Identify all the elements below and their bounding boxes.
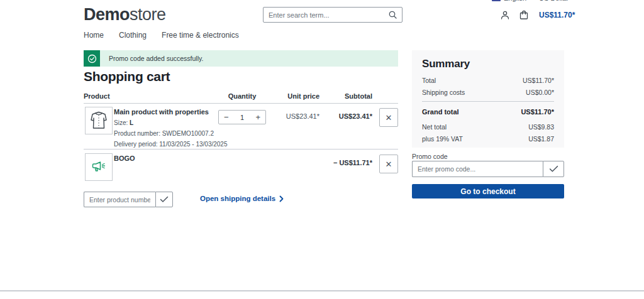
header-actions: US$11.70* xyxy=(500,10,575,20)
summary-row-grand-total: Grand totalUS$11.70* xyxy=(422,108,554,116)
promo-code-label: Promo code xyxy=(412,153,448,160)
footer-divider xyxy=(0,290,644,291)
add-product-number-button[interactable] xyxy=(155,192,173,207)
summary-title: Summary xyxy=(422,58,554,70)
promo-success-alert: Promo code added successfully. xyxy=(84,50,398,67)
currency-selector[interactable]: US Dollar xyxy=(539,0,569,2)
cart-bag-icon[interactable] xyxy=(519,10,529,20)
add-product-number-group xyxy=(84,192,173,207)
summary-row-total: TotalUS$11.70* xyxy=(422,77,554,84)
alert-message: Promo code added successfully. xyxy=(100,50,203,67)
apply-promo-button[interactable] xyxy=(543,161,564,177)
shopping-cart-page: English US Dollar Demostore US$11.70* Ho… xyxy=(0,0,644,299)
column-product: Product xyxy=(84,92,110,100)
summary-row-shipping: Shipping costsUS$0.00* xyxy=(422,89,554,96)
check-circle-icon xyxy=(84,50,100,67)
nav-item-freetime-electronics[interactable]: Free time & electronics xyxy=(162,31,239,40)
cart-row-product: Main product with properties Size: L Pro… xyxy=(84,105,398,149)
summary-panel: Summary TotalUS$11.70* Shipping costsUS$… xyxy=(412,50,564,148)
promo-code-input[interactable] xyxy=(412,161,543,177)
product-info: Main product with properties Size: L Pro… xyxy=(114,108,228,151)
main-nav: Home Clothing Free time & electronics xyxy=(84,31,239,40)
product-name[interactable]: Main product with properties xyxy=(114,108,228,116)
logo-light-part: store xyxy=(130,5,166,24)
product-number: Product number: SWDEMO10007.2 xyxy=(114,130,228,137)
summary-row-vat: plus 19% VATUS$1.87 xyxy=(422,135,554,143)
page-title: Shopping cart xyxy=(84,69,170,84)
checkmark-icon xyxy=(160,196,169,203)
locale-bar: English US Dollar xyxy=(492,0,569,3)
open-shipping-details-link[interactable]: Open shipping details xyxy=(200,195,284,202)
remove-discount-button[interactable]: ✕ xyxy=(379,155,398,173)
promo-code-group xyxy=(412,161,564,177)
shipping-link-label: Open shipping details xyxy=(200,195,275,202)
chevron-right-icon xyxy=(279,195,284,202)
language-selector[interactable]: English xyxy=(492,0,526,2)
language-label: English xyxy=(504,0,526,2)
jacket-image xyxy=(88,110,109,131)
discount-info: BOGO xyxy=(114,155,135,166)
nav-item-clothing[interactable]: Clothing xyxy=(119,31,147,40)
discount-subtotal-value: − US$11.71* xyxy=(309,159,372,166)
summary-row-net-total: Net totalUS$9.83 xyxy=(422,123,554,131)
product-number-input[interactable] xyxy=(84,192,155,207)
logo-bold-part: Demo xyxy=(84,5,130,24)
currency-label: US Dollar xyxy=(539,0,569,2)
close-icon: ✕ xyxy=(386,160,392,169)
cart-table-header: Product Quantity Unit price Subtotal xyxy=(84,92,398,103)
quantity-decrease-button[interactable]: − xyxy=(224,113,229,121)
divider xyxy=(84,149,398,150)
delivery-period: Delivery period: 11/03/2025 - 13/03/2025 xyxy=(114,141,228,148)
search-bar xyxy=(263,7,402,23)
nav-item-home[interactable]: Home xyxy=(84,31,104,40)
account-icon[interactable] xyxy=(500,10,510,20)
checkmark-icon xyxy=(549,165,558,173)
column-subtotal: Subtotal xyxy=(309,92,372,100)
product-size: Size: L xyxy=(114,119,228,126)
divider xyxy=(84,103,398,104)
quantity-value[interactable]: 1 xyxy=(240,114,244,121)
go-to-checkout-button[interactable]: Go to checkout xyxy=(412,184,564,198)
discount-name: BOGO xyxy=(114,155,135,162)
cart-row-discount: BOGO − US$11.71* ✕ xyxy=(84,151,398,184)
search-icon[interactable] xyxy=(389,11,397,19)
divider xyxy=(422,101,554,102)
close-icon: ✕ xyxy=(386,113,392,122)
product-thumbnail[interactable] xyxy=(85,107,113,134)
search-input[interactable] xyxy=(269,11,389,19)
subtotal-value: US$23.41* xyxy=(309,112,372,120)
header-cart-total[interactable]: US$11.70* xyxy=(539,11,575,19)
store-logo[interactable]: Demostore xyxy=(84,5,166,24)
promo-thumbnail xyxy=(85,153,113,181)
flag-icon xyxy=(492,0,501,1)
remove-product-button[interactable]: ✕ xyxy=(379,108,398,127)
megaphone-icon xyxy=(92,161,106,173)
